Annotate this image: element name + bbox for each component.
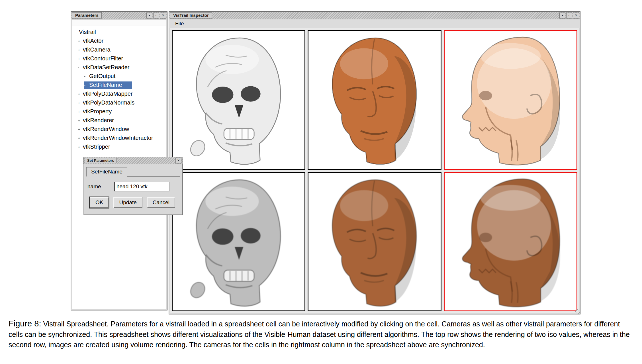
window-controls: • ○ ✕ bbox=[146, 13, 166, 19]
tree-item-vtkpolydatamapper[interactable]: +vtkPolyDataMapper bbox=[72, 89, 166, 98]
menu-file[interactable]: File bbox=[172, 20, 187, 27]
expander-icon[interactable]: - bbox=[84, 74, 89, 79]
head-front-render bbox=[332, 180, 416, 306]
tree-item-label: GetOutput bbox=[89, 73, 115, 79]
cell-render-svg bbox=[308, 173, 440, 311]
tree-item-label: vtkContourFilter bbox=[83, 55, 123, 62]
parameters-titlebar[interactable]: Parameters • ○ ✕ bbox=[71, 12, 167, 19]
name-input[interactable] bbox=[114, 182, 169, 191]
tree-item-vtkactor[interactable]: +vtkActor bbox=[72, 36, 166, 45]
skull-front-render bbox=[191, 38, 281, 164]
figure-caption-text: Vistrail Spreadsheet. Parameters for a v… bbox=[9, 320, 630, 349]
tree-item-vtkpolydatanormals[interactable]: +vtkPolyDataNormals bbox=[72, 98, 166, 107]
head-side-render bbox=[462, 179, 560, 307]
parameters-toolbar bbox=[72, 20, 166, 26]
parameters-window-title: Parameters bbox=[72, 12, 102, 19]
module-tree: Vistrail +vtkActor +vtkCamera +vtkContou… bbox=[72, 26, 166, 151]
spreadsheet-cell-isosurface-skull[interactable] bbox=[172, 30, 305, 170]
head-front-render bbox=[332, 38, 416, 164]
expander-icon[interactable]: + bbox=[78, 136, 83, 140]
expander-icon[interactable]: + bbox=[78, 38, 83, 43]
tree-item-setfilename-selected[interactable]: -SetFileName bbox=[72, 81, 166, 89]
maximize-circle-icon[interactable]: ○ bbox=[153, 13, 159, 19]
resize-grip[interactable] bbox=[575, 309, 580, 314]
spreadsheet-grid bbox=[170, 28, 579, 313]
spreadsheet-cell-volume-head[interactable] bbox=[308, 172, 441, 312]
cell-render-svg bbox=[173, 173, 304, 311]
update-button[interactable]: Update bbox=[113, 197, 142, 208]
tree-item-vtkcontourfilter[interactable]: +vtkContourFilter bbox=[72, 54, 166, 63]
tree-item-vtkrenderwindow[interactable]: +vtkRenderWindow bbox=[72, 125, 166, 134]
tree-item-vtkrenderwindowinteractor[interactable]: +vtkRenderWindowInteractor bbox=[72, 134, 166, 142]
figure-caption: Figure 8: Vistrail Spreadsheet. Paramete… bbox=[9, 318, 633, 350]
spreadsheet-cell-isosurface-side-synced[interactable] bbox=[444, 30, 577, 170]
cell-render-svg bbox=[173, 31, 304, 169]
dialog-buttons: OK Update Cancel bbox=[90, 197, 183, 208]
inspector-window: VisTrail Inspector • ○ ✕ File bbox=[169, 11, 580, 314]
window-controls: ✕ bbox=[175, 158, 181, 163]
tree-item-label: vtkStripper bbox=[83, 144, 110, 150]
tree-item-label: vtkActor bbox=[83, 38, 103, 44]
expander-icon[interactable]: + bbox=[78, 109, 83, 114]
inspector-window-title: VisTrail Inspector bbox=[170, 12, 212, 19]
expander-icon[interactable]: + bbox=[78, 100, 83, 105]
spreadsheet-cell-volume-skull[interactable] bbox=[172, 172, 305, 312]
cell-render-svg bbox=[445, 173, 576, 311]
expander-icon[interactable]: + bbox=[78, 118, 83, 123]
window-controls: • ○ ✕ bbox=[559, 13, 579, 19]
tree-item-label: vtkRenderWindow bbox=[83, 126, 129, 132]
dialog-title: Set Parameters bbox=[85, 158, 117, 163]
expander-icon[interactable]: + bbox=[78, 144, 83, 149]
spreadsheet-cell-isosurface-skin[interactable] bbox=[308, 30, 441, 170]
ok-button[interactable]: OK bbox=[90, 197, 109, 208]
cell-render-svg bbox=[308, 31, 440, 169]
tree-item-label: Vistrail bbox=[79, 29, 96, 35]
menu-bar: File bbox=[169, 19, 580, 28]
expander-icon[interactable]: + bbox=[78, 91, 83, 96]
tab-setfilename[interactable]: SetFileName bbox=[86, 167, 127, 177]
tree-item-label: vtkRenderWindowInteractor bbox=[83, 135, 153, 141]
maximize-circle-icon[interactable]: ○ bbox=[566, 13, 572, 19]
tree-item-label: vtkRenderer bbox=[83, 117, 114, 124]
tree-item-label: SetFileName bbox=[89, 82, 122, 88]
inspector-titlebar[interactable]: VisTrail Inspector • ○ ✕ bbox=[169, 12, 580, 19]
expander-icon[interactable]: - bbox=[78, 65, 83, 70]
tree-item-label: vtkCamera bbox=[83, 46, 111, 53]
tree-item-vistrail[interactable]: Vistrail bbox=[72, 28, 166, 36]
minimize-dot-icon[interactable]: • bbox=[559, 13, 565, 19]
tree-item-label: vtkProperty bbox=[83, 108, 112, 115]
name-field-label: name bbox=[87, 183, 110, 190]
expander-icon[interactable]: + bbox=[78, 127, 83, 132]
tree-item-label: vtkDataSetReader bbox=[83, 64, 129, 71]
minimize-dot-icon[interactable]: • bbox=[146, 13, 152, 19]
skull-front-render bbox=[191, 180, 281, 306]
tree-item-vtkdatasetreader[interactable]: -vtkDataSetReader bbox=[72, 63, 166, 72]
expander-icon[interactable]: - bbox=[84, 83, 89, 87]
spreadsheet-cell-volume-side-synced[interactable] bbox=[444, 172, 577, 312]
page: Parameters • ○ ✕ Vistrail +vtkActor +vtk… bbox=[0, 0, 642, 364]
set-parameters-dialog: Set Parameters ✕ SetFileName name OK Upd… bbox=[83, 157, 183, 215]
tree-item-vtkproperty[interactable]: +vtkProperty bbox=[72, 107, 166, 116]
name-field-row: name bbox=[87, 182, 183, 191]
dialog-titlebar[interactable]: Set Parameters ✕ bbox=[83, 157, 183, 164]
close-icon[interactable]: ✕ bbox=[573, 13, 579, 19]
expander-icon[interactable]: + bbox=[78, 56, 83, 61]
tree-item-vtkcamera[interactable]: +vtkCamera bbox=[72, 45, 166, 54]
tree-item-label: vtkPolyDataMapper bbox=[83, 91, 133, 97]
close-icon[interactable]: ✕ bbox=[175, 158, 181, 163]
figure-caption-label: Figure 8: bbox=[9, 319, 41, 328]
cell-render-svg bbox=[445, 31, 576, 169]
tree-item-vtkstripper[interactable]: +vtkStripper bbox=[72, 142, 166, 151]
close-icon[interactable]: ✕ bbox=[160, 13, 166, 19]
expander-icon[interactable]: + bbox=[78, 47, 83, 52]
cancel-button[interactable]: Cancel bbox=[147, 197, 175, 208]
tree-item-vtkrenderer[interactable]: +vtkRenderer bbox=[72, 116, 166, 125]
tree-item-getoutput[interactable]: -GetOutput bbox=[72, 72, 166, 81]
tree-item-label: vtkPolyDataNormals bbox=[83, 99, 134, 106]
head-side-render bbox=[462, 37, 560, 165]
